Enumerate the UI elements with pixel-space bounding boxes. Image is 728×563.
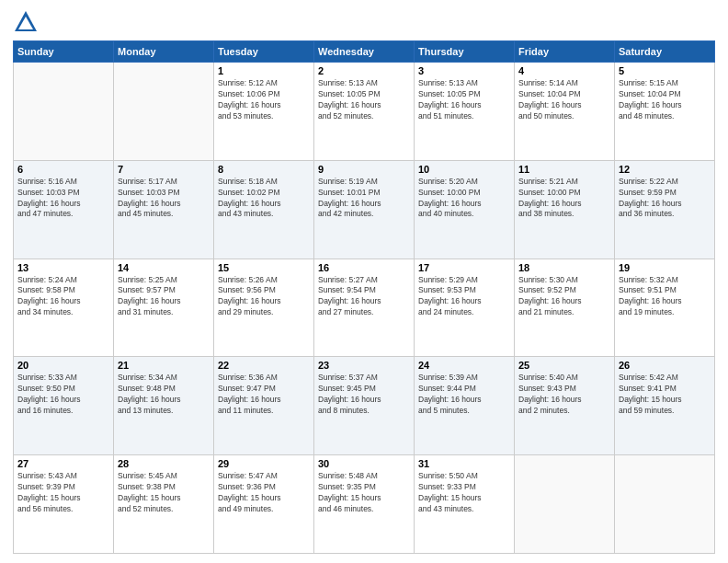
calendar-cell bbox=[615, 455, 715, 554]
logo bbox=[13, 9, 42, 35]
day-number: 27 bbox=[17, 458, 109, 469]
calendar-cell: 5Sunrise: 5:15 AMSunset: 10:04 PMDayligh… bbox=[615, 63, 715, 161]
day-info: Sunrise: 5:39 AMSunset: 9:44 PMDaylight:… bbox=[418, 373, 510, 417]
calendar-cell bbox=[14, 63, 114, 161]
day-info: Sunrise: 5:21 AMSunset: 10:00 PMDaylight… bbox=[518, 177, 610, 221]
day-info: Sunrise: 5:29 AMSunset: 9:53 PMDaylight:… bbox=[418, 275, 510, 319]
calendar-cell: 12Sunrise: 5:22 AMSunset: 9:59 PMDayligh… bbox=[615, 160, 715, 259]
calendar-cell: 20Sunrise: 5:33 AMSunset: 9:50 PMDayligh… bbox=[14, 357, 114, 455]
day-info: Sunrise: 5:26 AMSunset: 9:56 PMDaylight:… bbox=[218, 275, 310, 319]
calendar-cell: 1Sunrise: 5:12 AMSunset: 10:06 PMDayligh… bbox=[214, 63, 314, 161]
calendar-cell bbox=[515, 455, 615, 554]
day-info: Sunrise: 5:24 AMSunset: 9:58 PMDaylight:… bbox=[17, 275, 109, 319]
weekday-header: Tuesday bbox=[214, 41, 314, 63]
day-number: 9 bbox=[318, 164, 410, 175]
calendar-cell: 24Sunrise: 5:39 AMSunset: 9:44 PMDayligh… bbox=[415, 357, 515, 455]
calendar-cell: 2Sunrise: 5:13 AMSunset: 10:05 PMDayligh… bbox=[314, 63, 415, 161]
day-info: Sunrise: 5:25 AMSunset: 9:57 PMDaylight:… bbox=[118, 275, 210, 319]
calendar-cell: 16Sunrise: 5:27 AMSunset: 9:54 PMDayligh… bbox=[314, 259, 415, 357]
calendar-cell: 11Sunrise: 5:21 AMSunset: 10:00 PMDaylig… bbox=[515, 160, 615, 259]
calendar-cell: 30Sunrise: 5:48 AMSunset: 9:35 PMDayligh… bbox=[314, 455, 415, 554]
day-info: Sunrise: 5:12 AMSunset: 10:06 PMDaylight… bbox=[218, 78, 310, 122]
day-number: 13 bbox=[17, 262, 109, 273]
day-number: 17 bbox=[418, 262, 510, 273]
day-number: 6 bbox=[17, 164, 109, 175]
day-number: 20 bbox=[17, 360, 109, 371]
calendar-cell: 15Sunrise: 5:26 AMSunset: 9:56 PMDayligh… bbox=[214, 259, 314, 357]
day-info: Sunrise: 5:43 AMSunset: 9:39 PMDaylight:… bbox=[17, 471, 109, 515]
day-number: 24 bbox=[418, 360, 510, 371]
weekday-header: Monday bbox=[114, 41, 214, 63]
day-info: Sunrise: 5:37 AMSunset: 9:45 PMDaylight:… bbox=[318, 373, 410, 417]
calendar-cell: 26Sunrise: 5:42 AMSunset: 9:41 PMDayligh… bbox=[615, 357, 715, 455]
day-number: 23 bbox=[318, 360, 410, 371]
calendar-cell: 7Sunrise: 5:17 AMSunset: 10:03 PMDayligh… bbox=[114, 160, 214, 259]
day-number: 4 bbox=[518, 65, 610, 76]
day-number: 19 bbox=[619, 262, 711, 273]
day-number: 3 bbox=[418, 65, 510, 76]
calendar-table: SundayMondayTuesdayWednesdayThursdayFrid… bbox=[13, 40, 715, 554]
calendar-cell: 28Sunrise: 5:45 AMSunset: 9:38 PMDayligh… bbox=[114, 455, 214, 554]
calendar-cell: 13Sunrise: 5:24 AMSunset: 9:58 PMDayligh… bbox=[14, 259, 114, 357]
calendar-cell: 19Sunrise: 5:32 AMSunset: 9:51 PMDayligh… bbox=[615, 259, 715, 357]
day-number: 14 bbox=[118, 262, 210, 273]
day-info: Sunrise: 5:16 AMSunset: 10:03 PMDaylight… bbox=[17, 177, 109, 221]
calendar-cell: 29Sunrise: 5:47 AMSunset: 9:36 PMDayligh… bbox=[214, 455, 314, 554]
day-number: 21 bbox=[118, 360, 210, 371]
day-info: Sunrise: 5:45 AMSunset: 9:38 PMDaylight:… bbox=[118, 471, 210, 515]
calendar-cell: 8Sunrise: 5:18 AMSunset: 10:02 PMDayligh… bbox=[214, 160, 314, 259]
day-number: 10 bbox=[418, 164, 510, 175]
day-info: Sunrise: 5:13 AMSunset: 10:05 PMDaylight… bbox=[318, 78, 410, 122]
calendar-cell: 14Sunrise: 5:25 AMSunset: 9:57 PMDayligh… bbox=[114, 259, 214, 357]
day-number: 7 bbox=[118, 164, 210, 175]
calendar-cell: 25Sunrise: 5:40 AMSunset: 9:43 PMDayligh… bbox=[515, 357, 615, 455]
day-info: Sunrise: 5:15 AMSunset: 10:04 PMDaylight… bbox=[619, 78, 711, 122]
calendar-cell bbox=[114, 63, 214, 161]
weekday-header: Thursday bbox=[415, 41, 515, 63]
day-info: Sunrise: 5:17 AMSunset: 10:03 PMDaylight… bbox=[118, 177, 210, 221]
calendar-cell: 6Sunrise: 5:16 AMSunset: 10:03 PMDayligh… bbox=[14, 160, 114, 259]
calendar-cell: 27Sunrise: 5:43 AMSunset: 9:39 PMDayligh… bbox=[14, 455, 114, 554]
weekday-header: Saturday bbox=[615, 41, 715, 63]
day-number: 1 bbox=[218, 65, 310, 76]
day-info: Sunrise: 5:18 AMSunset: 10:02 PMDaylight… bbox=[218, 177, 310, 221]
day-info: Sunrise: 5:48 AMSunset: 9:35 PMDaylight:… bbox=[318, 471, 410, 515]
calendar-cell: 3Sunrise: 5:13 AMSunset: 10:05 PMDayligh… bbox=[415, 63, 515, 161]
day-number: 18 bbox=[518, 262, 610, 273]
day-number: 8 bbox=[218, 164, 310, 175]
day-number: 12 bbox=[619, 164, 711, 175]
day-info: Sunrise: 5:50 AMSunset: 9:33 PMDaylight:… bbox=[418, 471, 510, 515]
calendar-cell: 10Sunrise: 5:20 AMSunset: 10:00 PMDaylig… bbox=[415, 160, 515, 259]
day-number: 25 bbox=[518, 360, 610, 371]
day-info: Sunrise: 5:42 AMSunset: 9:41 PMDaylight:… bbox=[619, 373, 711, 417]
calendar-cell: 17Sunrise: 5:29 AMSunset: 9:53 PMDayligh… bbox=[415, 259, 515, 357]
day-number: 16 bbox=[318, 262, 410, 273]
day-info: Sunrise: 5:20 AMSunset: 10:00 PMDaylight… bbox=[418, 177, 510, 221]
day-info: Sunrise: 5:13 AMSunset: 10:05 PMDaylight… bbox=[418, 78, 510, 122]
weekday-header: Wednesday bbox=[314, 41, 415, 63]
day-info: Sunrise: 5:40 AMSunset: 9:43 PMDaylight:… bbox=[518, 373, 610, 417]
day-info: Sunrise: 5:32 AMSunset: 9:51 PMDaylight:… bbox=[619, 275, 711, 319]
weekday-header: Friday bbox=[515, 41, 615, 63]
logo-icon bbox=[13, 9, 39, 35]
calendar-cell: 9Sunrise: 5:19 AMSunset: 10:01 PMDayligh… bbox=[314, 160, 415, 259]
calendar-cell: 31Sunrise: 5:50 AMSunset: 9:33 PMDayligh… bbox=[415, 455, 515, 554]
day-info: Sunrise: 5:47 AMSunset: 9:36 PMDaylight:… bbox=[218, 471, 310, 515]
day-number: 31 bbox=[418, 458, 510, 469]
day-number: 15 bbox=[218, 262, 310, 273]
day-number: 30 bbox=[318, 458, 410, 469]
calendar-cell: 23Sunrise: 5:37 AMSunset: 9:45 PMDayligh… bbox=[314, 357, 415, 455]
day-number: 22 bbox=[218, 360, 310, 371]
day-number: 2 bbox=[318, 65, 410, 76]
page: SundayMondayTuesdayWednesdayThursdayFrid… bbox=[0, 0, 728, 563]
calendar-cell: 18Sunrise: 5:30 AMSunset: 9:52 PMDayligh… bbox=[515, 259, 615, 357]
day-info: Sunrise: 5:33 AMSunset: 9:50 PMDaylight:… bbox=[17, 373, 109, 417]
calendar-cell: 22Sunrise: 5:36 AMSunset: 9:47 PMDayligh… bbox=[214, 357, 314, 455]
day-info: Sunrise: 5:27 AMSunset: 9:54 PMDaylight:… bbox=[318, 275, 410, 319]
day-number: 11 bbox=[518, 164, 610, 175]
day-number: 28 bbox=[118, 458, 210, 469]
day-number: 29 bbox=[218, 458, 310, 469]
calendar-cell: 4Sunrise: 5:14 AMSunset: 10:04 PMDayligh… bbox=[515, 63, 615, 161]
day-info: Sunrise: 5:36 AMSunset: 9:47 PMDaylight:… bbox=[218, 373, 310, 417]
header bbox=[13, 9, 715, 35]
